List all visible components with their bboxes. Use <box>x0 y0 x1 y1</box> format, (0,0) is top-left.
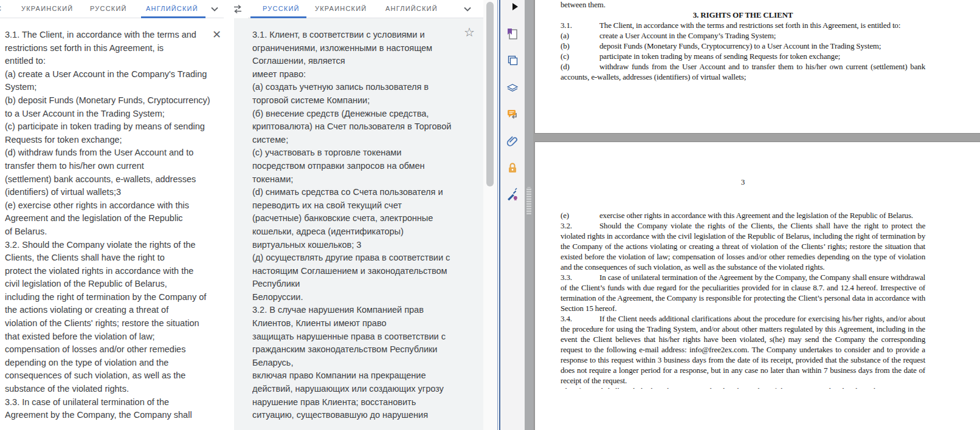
chevron-down-icon[interactable] <box>462 4 473 15</box>
doc-paragraph: 3.1.The Client, in accordance with the t… <box>561 20 925 30</box>
swap-languages-icon[interactable] <box>232 4 243 15</box>
doc-paragraph: between them. <box>561 0 925 10</box>
doc-paragraph: 3.2.Should the Company violate the right… <box>561 220 925 272</box>
source-text[interactable]: 3.1. The Client, in accordance with the … <box>5 29 231 429</box>
active-tab-underline <box>141 16 205 18</box>
doc-paragraph: 3.3.In case of unilateral termination of… <box>561 272 925 313</box>
translator-with-pdf-window: С УКРАИНСКИЙ РУССКИЙ АНГЛИЙСКИЙ РУССКИЙ … <box>0 0 980 430</box>
page-number: 3 <box>561 142 925 187</box>
panel-scrollbar-thumb[interactable] <box>486 2 494 186</box>
bookmarks-icon[interactable] <box>506 27 519 41</box>
doc-paragraph: (c)participate in token trading by means… <box>561 51 925 61</box>
target-text-panel: 3.1. Клиент, в соответствии с условиями … <box>234 18 483 430</box>
doc-paragraph: (b)deposit Funds (Monetary Funds, Crypto… <box>561 41 925 51</box>
splitter-grip-handle[interactable] <box>526 187 531 215</box>
source-text-panel: 3.1. The Client, in accordance with the … <box>0 18 234 430</box>
signatures-icon[interactable] <box>506 188 519 201</box>
pdf-document-pane[interactable]: between them. 3. RIGHTS OF THE CLIENT 3.… <box>533 0 980 430</box>
active-tab-underline <box>250 16 306 18</box>
doc-paragraph: (a)create a User Account in the Company’… <box>561 30 925 41</box>
doc-paragraph: 3.4.If the Client needs additional clari… <box>561 313 925 386</box>
attachments-icon[interactable] <box>506 134 519 148</box>
page-thumbnails-icon[interactable] <box>506 54 519 67</box>
tab-partial[interactable]: С <box>0 0 2 18</box>
panel-scrollbar-track <box>483 0 497 430</box>
doc-section-heading: 3. RIGHTS OF THE CLIENT <box>561 10 925 20</box>
layers-icon[interactable] <box>506 81 519 94</box>
pane-splitter <box>525 0 533 430</box>
pdf-page-3: 3 (e)exercise other rights in accordance… <box>534 142 980 430</box>
pdf-navigation-toolbar <box>500 0 525 430</box>
chevron-down-icon[interactable] <box>209 4 220 15</box>
target-text: 3.1. Клиент, в соответствии с условиями … <box>252 29 474 429</box>
language-tabbar: С УКРАИНСКИЙ РУССКИЙ АНГЛИЙСКИЙ РУССКИЙ … <box>0 0 483 18</box>
comments-icon[interactable] <box>506 108 519 121</box>
doc-paragraph: (d)withdraw funds from the User Account … <box>561 61 925 82</box>
tab-source-russian[interactable]: РУССКИЙ <box>90 0 127 18</box>
expand-panel-icon[interactable] <box>512 3 518 10</box>
tab-source-ukrainian[interactable]: УКРАИНСКИЙ <box>21 0 73 18</box>
tab-target-ukrainian[interactable]: УКРАИНСКИЙ <box>315 0 367 18</box>
close-icon[interactable]: ✕ <box>209 29 225 41</box>
pdf-page-2: between them. 3. RIGHTS OF THE CLIENT 3.… <box>534 0 980 134</box>
tab-source-english[interactable]: АНГЛИЙСКИЙ <box>146 0 198 18</box>
doc-paragraph: (e)exercise other rights in accordance w… <box>561 210 925 220</box>
tab-target-english[interactable]: АНГЛИЙСКИЙ <box>385 0 438 18</box>
tab-target-russian[interactable]: РУССКИЙ <box>263 0 300 18</box>
security-lock-icon[interactable] <box>506 161 519 174</box>
doc-paragraph-clipped: The aforesaid shall apply both to the re… <box>561 386 925 389</box>
star-icon[interactable]: ☆ <box>460 26 478 39</box>
